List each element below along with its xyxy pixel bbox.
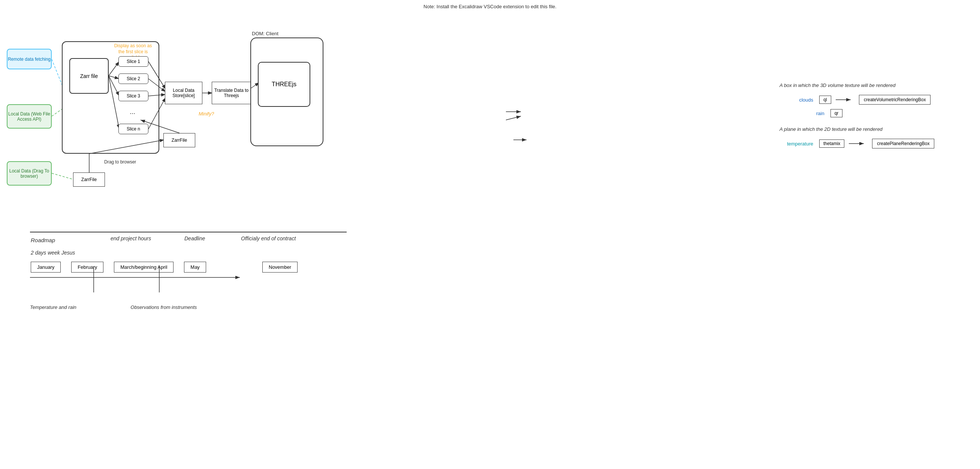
threejs-box: THREEjs: [258, 62, 310, 107]
box-desc-1: A box in which the 3D volume texture wil…: [780, 83, 959, 88]
svg-line-2: [52, 173, 74, 180]
right-diagram: A box in which the 3D volume texture wil…: [780, 83, 959, 155]
slice-box-2: Slice 2: [118, 73, 148, 84]
dots-label: ···: [130, 110, 135, 117]
local-data-drag-label: Local Data (Drag To browser): [8, 168, 51, 179]
create-plane-box: createPlaneRenderingBox: [872, 139, 934, 148]
slice-box-n: Slice n: [118, 124, 148, 134]
separator-line: [30, 232, 347, 233]
temperature-label: temperature: [780, 141, 813, 147]
end-project-hours-label: end project hours: [111, 235, 151, 241]
clouds-row: clouds ql createVolumetricRenderingBox: [780, 95, 959, 105]
zarrfile-box-2: ZarrFile: [73, 172, 105, 187]
remote-data-label: Remote data fetching: [8, 57, 51, 62]
bottom-label1: Temperature and rain: [30, 305, 76, 310]
timeline-svg: [30, 262, 348, 308]
arrow-to-volumetric: [836, 96, 854, 104]
box-desc-2: A plane in which the 2D texture will be …: [780, 126, 959, 132]
bottom-text-labels: Temperature and rain Observations from i…: [30, 304, 197, 310]
drag-to-browser-label: Drag to browser: [104, 160, 136, 164]
qr-box: qr: [830, 109, 843, 117]
deadline-label: Deadline: [185, 235, 205, 241]
svg-line-1: [52, 109, 63, 116]
arrow-to-plane: [849, 140, 867, 147]
clouds-label: clouds: [780, 97, 813, 103]
svg-line-17: [506, 116, 521, 120]
remote-data-box: Remote data fetching: [7, 49, 52, 69]
create-volumetric-box: createVolumetricRenderingBox: [859, 95, 931, 105]
dom-label: DOM: Client: [252, 31, 278, 37]
local-data-web-label: Local Data (Web File Access API): [8, 111, 51, 122]
bottom-label2: Observations from instruments: [130, 305, 197, 310]
roadmap-subtitle: 2 days week Jesus: [31, 249, 75, 256]
rain-row: rain qr: [780, 109, 959, 117]
note-text: Note: Install the Excalidraw VSCode exte…: [423, 4, 557, 10]
ql-box: ql: [819, 96, 831, 104]
local-data-store-box: Local Data Store[slice]: [165, 82, 202, 104]
zarr-inner-box: Zarr file: [69, 58, 109, 94]
slice-box-1: Slice 1: [118, 56, 148, 67]
rain-label: rain: [816, 111, 824, 116]
officially-label: Officialy end of contract: [241, 235, 296, 241]
local-data-drag-box: Local Data (Drag To browser): [7, 161, 52, 185]
svg-line-0: [52, 59, 63, 86]
roadmap-title: Roadmap: [31, 237, 55, 244]
local-data-web-box: Local Data (Web File Access API): [7, 104, 52, 129]
zarrfile-box-1: ZarrFile: [163, 133, 195, 147]
translate-data-box: Translate Data to Threejs: [212, 82, 251, 104]
thetamix-box: thetamix: [819, 139, 844, 148]
temperature-row: temperature thetamix createPlaneRenderin…: [780, 139, 959, 148]
zarr-file-label: Zarr file: [80, 73, 98, 79]
minify-label: Minify?: [199, 111, 214, 116]
slice-box-3: Slice 3: [118, 91, 148, 101]
